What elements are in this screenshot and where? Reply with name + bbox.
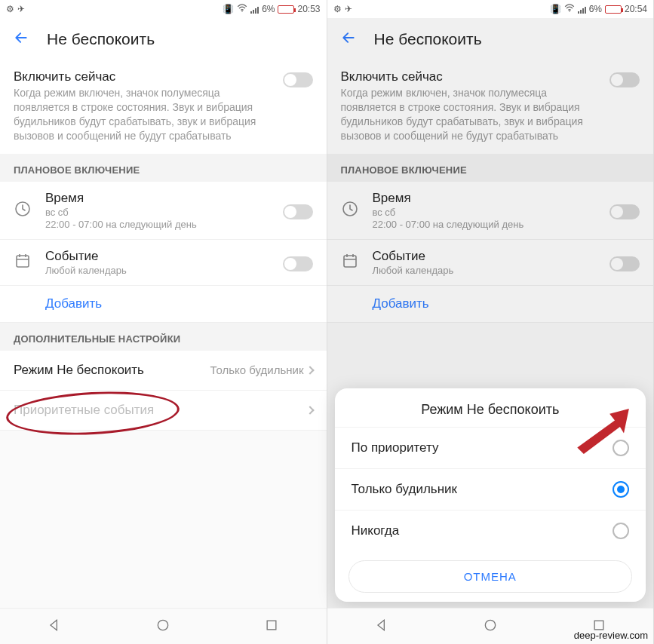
time-title: Время [373, 191, 598, 206]
dnd-mode-label: Режим Не беспокоить [14, 363, 144, 378]
group-scheduled: ПЛАНОВОЕ ВКЛЮЧЕНИЕ [327, 154, 654, 182]
option-never[interactable]: Никогда [335, 510, 646, 551]
vibrate-icon: 📳 [550, 4, 561, 14]
clock-icon [341, 200, 361, 221]
page-header: Не беспокоить [327, 18, 654, 59]
group-scheduled: ПЛАНОВОЕ ВКЛЮЧЕНИЕ [0, 154, 327, 182]
group-more: ДОПОЛНИТЕЛЬНЫЕ НАСТРОЙКИ [0, 323, 327, 351]
nav-back-icon[interactable] [374, 618, 389, 636]
enable-now-switch[interactable] [609, 72, 640, 87]
clock: 20:53 [297, 4, 320, 14]
nav-home-icon[interactable] [483, 618, 498, 636]
status-icon: ⚙ [6, 4, 14, 14]
time-sub2: 22:00 - 07:00 на следующий день [373, 219, 598, 230]
event-switch[interactable] [283, 256, 313, 271]
back-icon[interactable] [341, 30, 356, 48]
event-row[interactable]: Событие Любой календарь [327, 240, 654, 286]
dnd-mode-row[interactable]: Режим Не беспокоить Только будильник [0, 351, 327, 391]
nav-home-icon[interactable] [155, 618, 170, 636]
nav-recent-icon[interactable] [264, 618, 279, 636]
status-right: 📳 6% 20:53 [223, 4, 320, 14]
wifi-icon [237, 4, 247, 14]
status-left: ⚙ ✈ [333, 4, 352, 14]
chevron-right-icon [306, 366, 314, 374]
event-sub: Любой календарь [373, 265, 598, 276]
wifi-icon [564, 4, 575, 14]
time-row[interactable]: Время вс сб 22:00 - 07:00 на следующий д… [0, 182, 327, 240]
cancel-button[interactable]: ОТМЕНА [348, 560, 633, 593]
calendar-icon [14, 252, 33, 273]
enable-now-switch[interactable] [283, 72, 313, 87]
clock-icon [14, 200, 33, 221]
enable-now-title: Включить сейчас [341, 69, 603, 84]
enable-now-row[interactable]: Включить сейчас Когда режим включен, зна… [327, 59, 654, 154]
page-title: Не беспокоить [374, 30, 482, 48]
nav-bar [0, 608, 327, 644]
event-sub: Любой календарь [45, 265, 271, 276]
enable-now-row[interactable]: Включить сейчас Когда режим включен, зна… [0, 59, 327, 154]
svg-point-3 [158, 620, 168, 630]
battery-icon [278, 5, 294, 14]
status-left: ⚙ ✈ [6, 4, 25, 14]
svg-rect-10 [594, 621, 603, 630]
event-switch[interactable] [609, 256, 640, 271]
battery-percent: 6% [589, 4, 602, 14]
time-switch[interactable] [609, 204, 640, 219]
status-bar: ⚙ ✈ 📳 6% 20:54 [327, 0, 654, 18]
svg-point-9 [485, 620, 495, 630]
svg-rect-7 [344, 256, 356, 267]
add-button[interactable]: Добавить [0, 286, 327, 323]
clock: 20:54 [625, 4, 647, 14]
time-sub2: 22:00 - 07:00 на следующий день [45, 219, 271, 230]
svg-rect-4 [268, 621, 277, 630]
status-bar: ⚙ ✈ 📳 6% 20:53 [0, 0, 327, 18]
time-switch[interactable] [283, 204, 313, 219]
phone-right: ⚙ ✈ 📳 6% 20:54 Не беспокоить Включить се… [327, 0, 655, 644]
nav-back-icon[interactable] [47, 618, 62, 636]
enable-now-desc: Когда режим включен, значок полумесяца п… [341, 86, 603, 143]
radio-icon[interactable] [613, 523, 629, 539]
status-icon: ✈ [345, 4, 352, 14]
option-priority[interactable]: По приоритету [335, 427, 646, 468]
time-row[interactable]: Время вс сб 22:00 - 07:00 на следующий д… [327, 182, 654, 240]
event-title: Событие [373, 249, 598, 264]
svg-point-0 [241, 11, 243, 12]
priority-events-row: Приоритетные события [0, 391, 327, 431]
battery-percent: 6% [262, 4, 275, 14]
svg-point-5 [569, 11, 570, 12]
dnd-mode-dialog: Режим Не беспокоить По приоритету Только… [335, 388, 646, 602]
add-button[interactable]: Добавить [327, 286, 654, 323]
event-title: Событие [45, 249, 271, 264]
page-header: Не беспокоить [0, 18, 327, 59]
phone-left: ⚙ ✈ 📳 6% 20:53 Не беспокоить Включить се… [0, 0, 327, 644]
option-label: По приоритету [352, 440, 439, 455]
signal-icon [250, 5, 259, 14]
dialog-title: Режим Не беспокоить [335, 402, 646, 427]
option-label: Никогда [352, 523, 400, 538]
radio-icon[interactable] [613, 481, 629, 498]
time-title: Время [45, 191, 271, 206]
calendar-icon [341, 252, 361, 273]
time-sub1: вс сб [45, 207, 271, 218]
status-right: 📳 6% 20:54 [550, 4, 647, 14]
priority-events-label: Приоритетные события [14, 403, 154, 418]
option-alarm-only[interactable]: Только будильник [335, 468, 646, 510]
signal-icon [578, 5, 586, 14]
page-title: Не беспокоить [47, 30, 155, 48]
event-row[interactable]: Событие Любой календарь [0, 240, 327, 286]
dnd-mode-value: Только будильник [210, 363, 304, 376]
chevron-right-icon [306, 406, 314, 414]
status-icon: ⚙ [333, 4, 342, 14]
enable-now-desc: Когда режим включен, значок полумесяца п… [14, 86, 275, 143]
back-icon[interactable] [14, 30, 29, 48]
radio-icon[interactable] [613, 440, 629, 456]
enable-now-title: Включить сейчас [14, 69, 275, 84]
option-label: Только будильник [352, 482, 458, 497]
watermark: deep-review.com [574, 630, 648, 641]
vibrate-icon: 📳 [223, 4, 234, 14]
battery-icon [605, 5, 622, 14]
status-icon: ✈ [17, 4, 25, 14]
time-sub1: вс сб [373, 207, 598, 218]
svg-rect-2 [17, 256, 29, 267]
